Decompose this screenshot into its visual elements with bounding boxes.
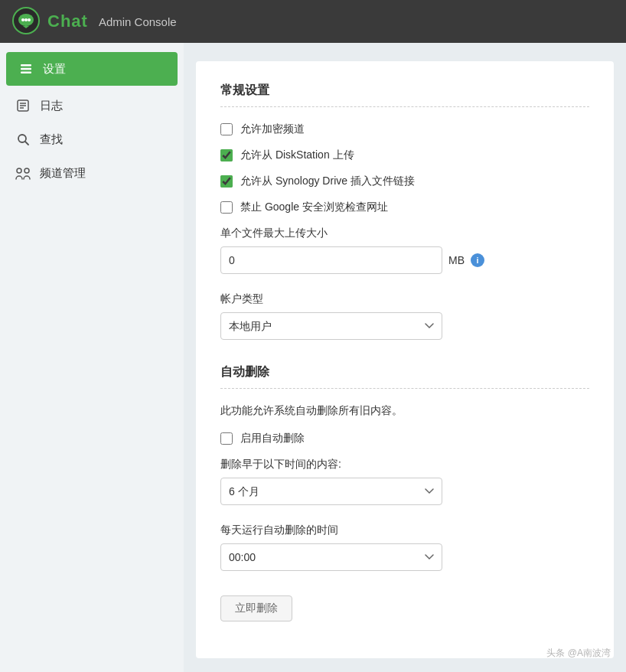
svg-point-15 — [17, 168, 21, 173]
delete-before-select[interactable]: 1 个月 3 个月 6 个月 1 年 2 年 — [220, 478, 442, 505]
app-layout: 设置 日志 查找 — [0, 43, 626, 672]
svg-rect-8 — [21, 72, 31, 74]
checkbox-row-drive: 允许从 Synology Drive 插入文件链接 — [220, 175, 589, 188]
channel-icon — [15, 165, 31, 181]
file-size-info-icon[interactable]: i — [471, 253, 484, 267]
checkbox-row-diskstation: 允许从 DiskStation 上传 — [220, 148, 589, 162]
enable-auto-delete-label[interactable]: 启用自动删除 — [240, 432, 305, 445]
enable-auto-delete-checkbox[interactable] — [220, 432, 233, 445]
header-title-chat: Chat — [47, 11, 88, 31]
checkbox-row-encrypt: 允许加密频道 — [220, 122, 589, 136]
sidebar-item-search[interactable]: 查找 — [0, 122, 184, 156]
sidebar-item-logs[interactable]: 日志 — [0, 89, 184, 122]
file-size-label: 单个文件最大上传大小 — [220, 227, 589, 240]
sidebar-item-settings-label: 设置 — [43, 62, 66, 77]
allow-drive-label[interactable]: 允许从 Synology Drive 插入文件链接 — [240, 175, 415, 188]
svg-point-4 — [28, 18, 31, 21]
checkbox-row-auto-delete: 启用自动删除 — [220, 432, 589, 445]
header: Chat Admin Console — [0, 0, 626, 43]
allow-diskstation-checkbox[interactable] — [220, 149, 233, 161]
search-icon — [15, 132, 31, 147]
allow-drive-checkbox[interactable] — [220, 175, 233, 188]
file-size-group: 单个文件最大上传大小 MB i — [220, 227, 589, 274]
allow-encrypt-label[interactable]: 允许加密频道 — [240, 122, 305, 136]
sidebar: 设置 日志 查找 — [0, 43, 184, 672]
run-time-label: 每天运行自动删除的时间 — [220, 524, 589, 537]
header-logo — [12, 7, 40, 37]
disable-google-checkbox[interactable] — [220, 201, 233, 214]
file-size-input[interactable] — [220, 246, 442, 274]
file-size-field-row: MB i — [220, 246, 589, 274]
auto-delete-section: 自动删除 此功能允许系统自动删除所有旧内容。 启用自动删除 删除早于以下时间的内… — [220, 364, 589, 621]
sidebar-item-channel-label: 频道管理 — [40, 166, 86, 181]
header-title-admin: Admin Console — [99, 15, 177, 28]
sidebar-item-settings[interactable]: 设置 — [6, 52, 178, 86]
sidebar-item-logs-label: 日志 — [40, 99, 63, 113]
auto-delete-description: 此功能允许系统自动删除所有旧内容。 — [220, 404, 589, 418]
content-panel: 常规设置 允许加密频道 允许从 DiskStation 上传 允许从 Synol… — [196, 61, 614, 658]
allow-encrypt-checkbox[interactable] — [220, 123, 233, 135]
delete-before-label: 删除早于以下时间的内容: — [220, 458, 589, 471]
auto-delete-title: 自动删除 — [220, 364, 589, 389]
watermark: 头条 @A南波湾 — [546, 647, 611, 660]
sidebar-item-search-label: 查找 — [40, 132, 63, 147]
checkbox-row-google: 禁止 Google 安全浏览检查网址 — [220, 201, 589, 214]
main-content: 常规设置 允许加密频道 允许从 DiskStation 上传 允许从 Synol… — [184, 43, 626, 672]
logs-icon — [15, 98, 31, 113]
account-type-select[interactable]: 本地用户 域用户 LDAP用户 — [220, 312, 442, 340]
settings-icon — [18, 61, 34, 77]
file-size-unit: MB — [448, 254, 465, 266]
run-time-select[interactable]: 00:00 01:00 02:00 03:00 — [220, 543, 442, 571]
general-settings-title: 常规设置 — [220, 83, 589, 107]
allow-diskstation-label[interactable]: 允许从 DiskStation 上传 — [240, 148, 354, 162]
disable-google-label[interactable]: 禁止 Google 安全浏览检查网址 — [240, 201, 388, 214]
svg-rect-7 — [21, 68, 31, 70]
account-type-label: 帐户类型 — [220, 292, 589, 306]
svg-point-16 — [24, 168, 29, 173]
general-settings-section: 常规设置 允许加密频道 允许从 DiskStation 上传 允许从 Synol… — [220, 83, 589, 340]
sidebar-item-channel-management[interactable]: 频道管理 — [0, 156, 184, 190]
svg-point-2 — [21, 18, 24, 21]
account-type-group: 帐户类型 本地用户 域用户 LDAP用户 — [220, 292, 589, 340]
delete-before-group: 删除早于以下时间的内容: 1 个月 3 个月 6 个月 1 年 2 年 — [220, 458, 589, 505]
svg-rect-6 — [21, 64, 31, 67]
svg-point-3 — [24, 18, 28, 21]
run-time-group: 每天运行自动删除的时间 00:00 01:00 02:00 03:00 — [220, 524, 589, 571]
svg-line-14 — [25, 142, 28, 145]
delete-now-button[interactable]: 立即删除 — [220, 595, 292, 621]
